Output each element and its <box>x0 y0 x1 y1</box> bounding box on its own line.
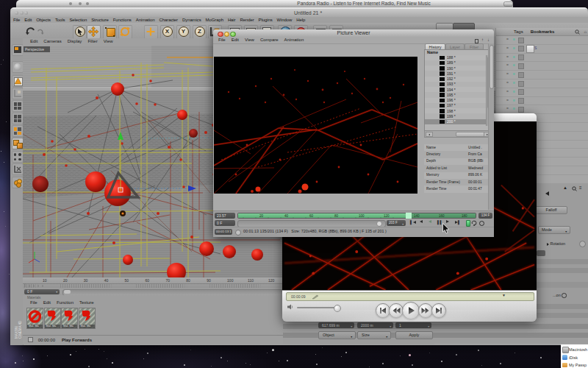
svg-text:40: 40 <box>104 278 109 283</box>
svg-text:160: 160 <box>439 213 445 217</box>
svg-text:40: 40 <box>284 213 289 217</box>
svg-text:110: 110 <box>248 278 254 283</box>
svg-text:120: 120 <box>384 213 390 217</box>
svg-text:30: 30 <box>84 278 88 283</box>
svg-text:50: 50 <box>125 278 129 283</box>
svg-text:20: 20 <box>63 278 68 283</box>
svg-text:120: 120 <box>268 278 275 283</box>
svg-text:20: 20 <box>259 213 264 217</box>
svg-text:70: 70 <box>165 278 170 283</box>
svg-text:100: 100 <box>359 213 365 217</box>
svg-text:10: 10 <box>43 278 47 283</box>
svg-text:60: 60 <box>146 278 150 283</box>
svg-text:140: 140 <box>414 213 420 217</box>
svg-text:90: 90 <box>207 278 211 283</box>
svg-text:80: 80 <box>334 213 339 217</box>
svg-text:60: 60 <box>309 213 314 217</box>
svg-text:80: 80 <box>186 278 190 283</box>
svg-text:180: 180 <box>462 213 467 217</box>
svg-text:100: 100 <box>227 278 234 283</box>
